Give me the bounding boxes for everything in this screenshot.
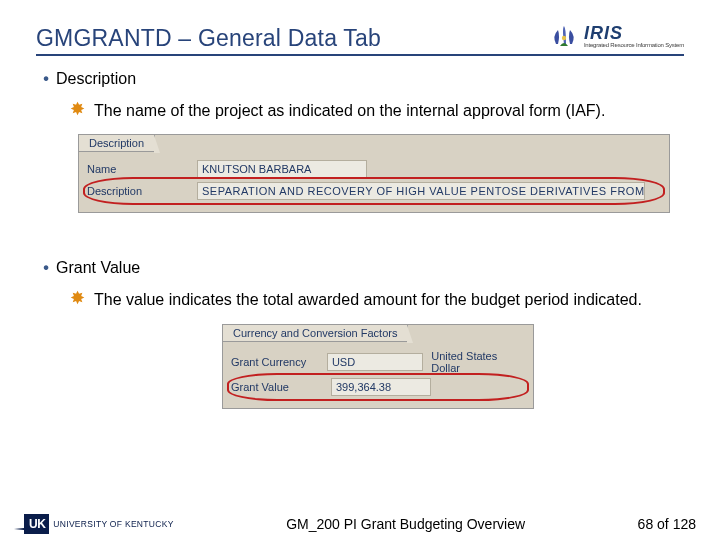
description-screenshot: Description Name KNUTSON BARBARA Descrip… [78,134,670,213]
page-title: GMGRANTD – General Data Tab [36,25,381,52]
star-line-description: ✸ The name of the project as indicated o… [72,98,684,124]
footer-title: GM_200 PI Grant Budgeting Overview [174,516,638,532]
bullet-dot-icon: • [36,70,56,88]
screenshot-tab: Description [79,135,155,152]
content: • Description ✸ The name of the project … [36,56,684,415]
footer: UK UNIVERSITY OF KENTUCKY GM_200 PI Gran… [0,514,720,534]
name-row: Name KNUTSON BARBARA [87,158,661,180]
grant-value-screenshot: Currency and Conversion Factors Grant Cu… [222,324,534,409]
name-label: Name [87,163,197,175]
currency-field: USD [327,353,423,371]
screenshot-tab: Currency and Conversion Factors [223,325,408,342]
grant-value-label: Grant Value [231,381,331,393]
grant-value-text: The value indicates the total awarded am… [72,287,684,313]
currency-extra: United States Dollar [423,350,525,374]
uk-logo: UK UNIVERSITY OF KENTUCKY [24,514,174,534]
iris-logo-main: IRIS [584,24,684,42]
page-number: 68 of 128 [638,516,696,532]
screenshot-body: Grant Currency USD United States Dollar … [223,342,533,408]
currency-row: Grant Currency USD United States Dollar [231,348,525,376]
name-field: KNUTSON BARBARA [197,160,367,178]
grant-value-row: Grant Value 399,364.38 [231,376,525,398]
star-line-grant: ✸ The value indicates the total awarded … [72,287,684,313]
iris-logo-text: IRIS Integrated Resource Information Sys… [584,24,684,48]
bullet-description: • Description [36,66,684,88]
star-icon: ✸ [70,289,85,307]
grant-value-detail: ✸ The value indicates the total awarded … [36,277,684,416]
header: GMGRANTD – General Data Tab IRIS Integra… [36,22,684,56]
bullet-grant-value-label: Grant Value [56,259,140,277]
iris-flower-icon [548,22,580,50]
bullet-dot-icon: • [36,259,56,277]
grant-value-field: 399,364.38 [331,378,431,396]
uk-badge-icon: UK [24,514,49,534]
uk-name: UNIVERSITY OF KENTUCKY [49,519,173,529]
currency-label: Grant Currency [231,356,327,368]
star-icon: ✸ [70,100,85,118]
desc-label: Description [87,185,197,197]
desc-field: SEPARATION AND RECOVERY OF HIGH VALUE PE… [197,182,645,200]
description-detail: ✸ The name of the project as indicated o… [36,88,684,219]
iris-logo: IRIS Integrated Resource Information Sys… [548,22,684,50]
bullet-grant-value: • Grant Value [36,255,684,277]
iris-logo-sub: Integrated Resource Information System [584,42,684,48]
slide: GMGRANTD – General Data Tab IRIS Integra… [0,0,720,540]
description-row: Description SEPARATION AND RECOVERY OF H… [87,180,661,202]
screenshot-body: Name KNUTSON BARBARA Description SEPARAT… [79,152,669,212]
bullet-description-label: Description [56,70,136,88]
svg-point-0 [562,36,566,40]
description-text: The name of the project as indicated on … [72,98,684,124]
